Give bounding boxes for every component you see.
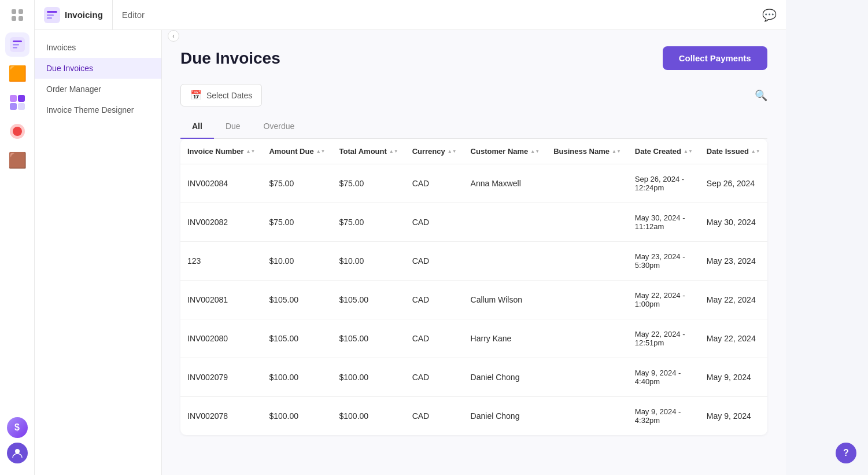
cell-total_amount: $10.00 xyxy=(333,242,405,281)
cell-total_amount: $75.00 xyxy=(333,203,405,242)
sort-icon-customer-name: ▲▼ xyxy=(530,149,540,154)
cell-currency: CAD xyxy=(405,319,464,358)
cell-customer_name: Anna Maxwell xyxy=(464,164,547,203)
th-customer-name[interactable]: Customer Name ▲▼ xyxy=(464,139,547,164)
table-header-row: Invoice Number ▲▼ Amount Due ▲▼ xyxy=(180,139,767,164)
svg-rect-14 xyxy=(47,17,52,19)
cell-amount_due: $100.00 xyxy=(262,358,332,397)
sidebar-collapse-button[interactable]: ‹ xyxy=(168,30,179,42)
svg-rect-13 xyxy=(47,14,54,16)
cell-customer_name xyxy=(464,203,547,242)
sidebar-item-invoice-theme-designer[interactable]: Invoice Theme Designer xyxy=(35,100,161,120)
svg-rect-4 xyxy=(10,95,17,102)
sidebar-item-invoices[interactable]: Invoices xyxy=(35,37,161,58)
cell-total_amount: $75.00 xyxy=(333,164,405,203)
svg-point-10 xyxy=(15,449,20,454)
cell-date_created: May 30, 2024 -11:12am xyxy=(628,203,700,242)
cell-amount_due: $75.00 xyxy=(262,203,332,242)
tab-all[interactable]: All xyxy=(180,116,214,139)
table-row[interactable]: INV002081$105.00$105.00CADCallum WilsonM… xyxy=(180,281,767,319)
cell-amount_due: $105.00 xyxy=(262,319,332,358)
cell-total_amount: $105.00 xyxy=(333,319,405,358)
table-row[interactable]: 123$10.00$10.00CADMay 23, 2024 -5:30pmMa… xyxy=(180,242,767,281)
svg-rect-1 xyxy=(13,40,22,42)
cell-total_amount: $105.00 xyxy=(333,281,405,319)
chat-icon[interactable]: 💬 xyxy=(762,9,777,21)
search-icon[interactable]: 🔍 xyxy=(755,89,767,102)
cell-amount_due: $75.00 xyxy=(262,164,332,203)
tabs-container: All Due Overdue xyxy=(180,116,767,139)
cell-invoice_number: INV002080 xyxy=(180,319,262,358)
red-nav-icon[interactable] xyxy=(5,119,29,143)
sort-icon-date-issued: ▲▼ xyxy=(751,149,760,154)
cell-invoice_number: INV002082 xyxy=(180,203,262,242)
th-amount-due[interactable]: Amount Due ▲▼ xyxy=(262,139,332,164)
cell-date_created: Sep 26, 2024 -12:24pm xyxy=(628,164,700,203)
app-logo xyxy=(44,7,60,23)
top-bar: Invoicing Editor 💬 xyxy=(35,0,786,30)
table-row[interactable]: INV002079$100.00$100.00CADDaniel ChongMa… xyxy=(180,358,767,397)
orange2-nav-icon[interactable]: 🟫 xyxy=(5,148,29,172)
table-row[interactable]: INV002084$75.00$75.00CADAnna MaxwellSep … xyxy=(180,164,767,203)
svg-rect-7 xyxy=(18,103,25,110)
cell-business_name xyxy=(546,319,628,358)
sidebar-item-order-manager[interactable]: Order Manager xyxy=(35,79,161,100)
logo-section: Invoicing xyxy=(35,0,113,30)
date-picker-button[interactable]: 📅 Select Dates xyxy=(180,84,262,106)
icon-bar: 🟧 🟫 $ xyxy=(0,0,35,475)
cell-date_issued: May 22, 2024 xyxy=(700,319,767,358)
cell-business_name xyxy=(546,203,628,242)
th-invoice-number[interactable]: Invoice Number ▲▼ xyxy=(180,139,262,164)
dollar-avatar[interactable]: $ xyxy=(7,417,28,438)
sort-icon-business-name: ▲▼ xyxy=(612,149,621,154)
th-total-amount[interactable]: Total Amount ▲▼ xyxy=(333,139,405,164)
cell-customer_name: Harry Kane xyxy=(464,319,547,358)
editor-label: Editor xyxy=(113,10,154,20)
cell-total_amount: $100.00 xyxy=(333,358,405,397)
user-avatar[interactable] xyxy=(7,443,28,463)
app-grid-icon[interactable] xyxy=(8,6,27,24)
cell-date_issued: May 22, 2024 xyxy=(700,281,767,319)
help-button[interactable]: ? xyxy=(836,443,856,463)
cell-date_issued: May 23, 2024 xyxy=(700,242,767,281)
sidebar: Invoices Due Invoices Order Manager Invo… xyxy=(35,30,162,475)
cell-customer_name xyxy=(464,242,547,281)
purple-square-nav-icon[interactable] xyxy=(5,90,29,115)
sort-icon-amount-due: ▲▼ xyxy=(316,149,326,154)
table-row[interactable]: INV002080$105.00$105.00CADHarry KaneMay … xyxy=(180,319,767,358)
invoicing-nav-icon[interactable] xyxy=(5,32,29,57)
cell-customer_name: Daniel Chong xyxy=(464,397,547,436)
cell-customer_name: Daniel Chong xyxy=(464,358,547,397)
sort-icon-date-created: ▲▼ xyxy=(684,149,693,154)
table-row[interactable]: INV002082$75.00$75.00CADMay 30, 2024 -11… xyxy=(180,203,767,242)
cell-invoice_number: INV002081 xyxy=(180,281,262,319)
cell-currency: CAD xyxy=(405,281,464,319)
svg-rect-2 xyxy=(13,44,19,46)
th-business-name[interactable]: Business Name ▲▼ xyxy=(546,139,628,164)
cell-total_amount: $100.00 xyxy=(333,397,405,436)
page-title: Due Invoices xyxy=(180,49,280,68)
sidebar-item-due-invoices[interactable]: Due Invoices xyxy=(35,58,161,79)
tab-overdue[interactable]: Overdue xyxy=(252,116,306,139)
invoice-table: Invoice Number ▲▼ Amount Due ▲▼ xyxy=(180,139,767,435)
orange-nav-icon[interactable]: 🟧 xyxy=(5,61,29,86)
content-area: Invoices Due Invoices Order Manager Invo… xyxy=(35,30,786,475)
bottom-icon-group: $ xyxy=(7,417,28,469)
tab-due[interactable]: Due xyxy=(214,116,252,139)
cell-business_name xyxy=(546,397,628,436)
cell-currency: CAD xyxy=(405,203,464,242)
th-date-created[interactable]: Date Created ▲▼ xyxy=(628,139,700,164)
th-date-issued[interactable]: Date Issued ▲▼ xyxy=(700,139,767,164)
cell-customer_name: Callum Wilson xyxy=(464,281,547,319)
svg-rect-3 xyxy=(13,47,17,49)
cell-date_created: May 9, 2024 -4:40pm xyxy=(628,358,700,397)
cell-amount_due: $105.00 xyxy=(262,281,332,319)
cell-date_created: May 22, 2024 -12:51pm xyxy=(628,319,700,358)
collect-payments-button[interactable]: Collect Payments xyxy=(663,46,767,70)
cell-amount_due: $10.00 xyxy=(262,242,332,281)
cell-currency: CAD xyxy=(405,242,464,281)
table-row[interactable]: INV002078$100.00$100.00CADDaniel ChongMa… xyxy=(180,397,767,436)
th-currency[interactable]: Currency ▲▼ xyxy=(405,139,464,164)
cell-invoice_number: INV002084 xyxy=(180,164,262,203)
svg-point-9 xyxy=(13,127,22,136)
